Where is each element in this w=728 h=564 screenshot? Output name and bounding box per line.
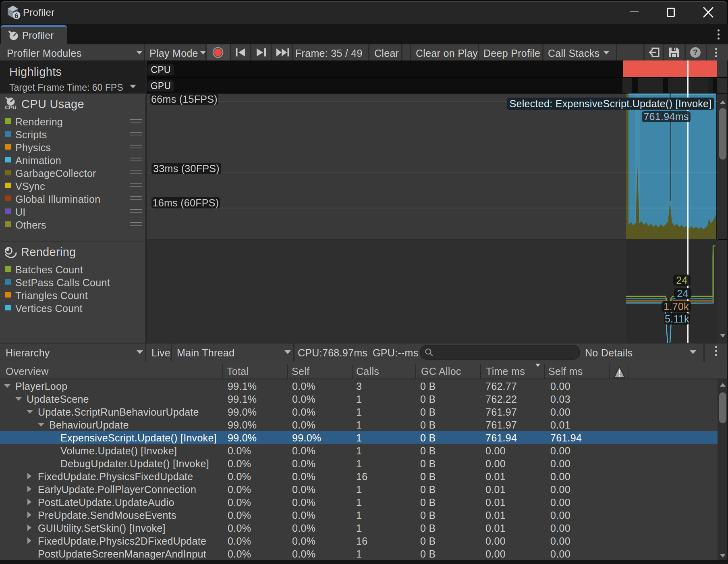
svg-text:6: 6 (15, 12, 19, 20)
svg-text:CPU: CPU (5, 104, 17, 110)
